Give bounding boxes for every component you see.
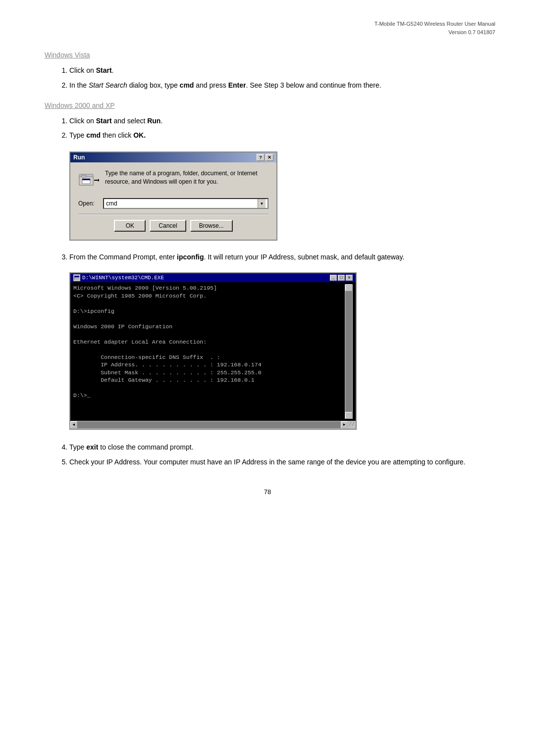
run-cancel-button[interactable]: Cancel bbox=[150, 220, 186, 232]
ipconfig-bold: ipconfig bbox=[177, 253, 204, 261]
cmd-resize-corner: // bbox=[348, 421, 356, 429]
header-line1: T-Mobile TM-G5240 Wireless Router User M… bbox=[40, 20, 495, 28]
run-dialog-title: Run bbox=[73, 154, 85, 161]
step-3: From the Command Prompt, enter ipconfig.… bbox=[69, 252, 495, 263]
cmd-scrollbar-up[interactable]: ▲ bbox=[345, 284, 352, 291]
start-bold: Start bbox=[96, 66, 112, 74]
svg-marker-6 bbox=[98, 179, 99, 182]
start-search-italic: Start Search bbox=[89, 81, 127, 89]
cmd-bold: cmd bbox=[180, 81, 194, 89]
cmd-bold-2: cmd bbox=[86, 131, 101, 139]
run-dialog-help-button[interactable]: ? bbox=[257, 154, 265, 161]
ok-bold: OK. bbox=[133, 131, 146, 139]
svg-rect-2 bbox=[81, 175, 86, 177]
run-dialog-buttons: OK Cancel Browse... bbox=[78, 220, 268, 235]
svg-rect-4 bbox=[82, 179, 90, 180]
start-bold-2: Start bbox=[96, 117, 112, 125]
run-dialog-open-row: Open: cmd ▼ bbox=[78, 198, 268, 209]
svg-text:C:\: C:\ bbox=[74, 277, 79, 280]
cmd-bottom-bar: ◄ ► // bbox=[70, 421, 356, 429]
run-dialog-open-label: Open: bbox=[78, 200, 99, 207]
cmd-scrollbar-track[interactable] bbox=[345, 291, 352, 412]
run-dialog-description: Type the name of a program, folder, docu… bbox=[105, 169, 268, 186]
windows-2000-xp-steps: Click on Start and select Run. Type cmd … bbox=[69, 115, 495, 142]
run-bold: Run bbox=[147, 117, 160, 125]
run-dialog-dropdown-arrow[interactable]: ▼ bbox=[258, 199, 266, 208]
xp-step-2: Type cmd then click OK. bbox=[69, 130, 495, 142]
run-browse-button[interactable]: Browse... bbox=[190, 220, 233, 232]
cmd-hscroll-right[interactable]: ► bbox=[341, 421, 348, 428]
windows-2000-xp-heading: Windows 2000 and XP bbox=[45, 101, 495, 109]
run-ok-button[interactable]: OK bbox=[114, 220, 146, 232]
windows-vista-steps: Click on Start. In the Start Search dial… bbox=[69, 65, 495, 92]
step3-list: From the Command Prompt, enter ipconfig.… bbox=[69, 252, 495, 263]
cmd-content: Microsoft Windows 2000 [Version 5.00.219… bbox=[73, 284, 345, 419]
cmd-body: Microsoft Windows 2000 [Version 5.00.219… bbox=[70, 282, 356, 421]
cmd-title-text: D:\WINNT\system32\CMD.EXE bbox=[82, 275, 164, 281]
cmd-scrollbar-down[interactable]: ▼ bbox=[345, 412, 352, 419]
windows-vista-heading: Windows Vista bbox=[45, 51, 495, 59]
xp-step-1: Click on Start and select Run. bbox=[69, 115, 495, 127]
steps-4-5-list: Type exit to close the command prompt. C… bbox=[69, 442, 495, 468]
step-5: Check your IP Address. Your computer mus… bbox=[69, 456, 495, 468]
run-dialog-separator bbox=[78, 214, 268, 215]
cmd-hscroll-left[interactable]: ◄ bbox=[70, 421, 77, 428]
header-line2: Version 0.7 041807 bbox=[40, 28, 495, 37]
cmd-close-button[interactable]: ✕ bbox=[346, 275, 353, 281]
run-dialog-input-value: cmd bbox=[106, 200, 258, 207]
run-dialog-body: Type the name of a program, folder, docu… bbox=[70, 162, 276, 240]
step-4: Type exit to close the command prompt. bbox=[69, 442, 495, 454]
run-dialog-icon-row: Type the name of a program, folder, docu… bbox=[78, 169, 268, 191]
cmd-hscroll-track[interactable] bbox=[77, 421, 341, 428]
cmd-title-section: C:\ D:\WINNT\system32\CMD.EXE bbox=[73, 274, 164, 281]
cmd-scrollbar[interactable]: ▲ ▼ bbox=[345, 284, 353, 419]
cmd-title-buttons[interactable]: _ □ ✕ bbox=[330, 275, 353, 281]
run-dialog-icon bbox=[78, 170, 99, 191]
run-dialog-titlebar: Run ? ✕ bbox=[70, 152, 276, 162]
cmd-maximize-button[interactable]: □ bbox=[338, 275, 345, 281]
cmd-window: C:\ D:\WINNT\system32\CMD.EXE _ □ ✕ Micr… bbox=[69, 272, 357, 430]
cmd-titlebar: C:\ D:\WINNT\system32\CMD.EXE _ □ ✕ bbox=[70, 273, 356, 282]
vista-step-2: In the Start Search dialog box, type cmd… bbox=[69, 80, 495, 92]
run-dialog-input-wrapper[interactable]: cmd ▼ bbox=[103, 198, 268, 209]
run-dialog: Run ? ✕ bbox=[69, 151, 277, 241]
run-dialog-close-button[interactable]: ✕ bbox=[266, 154, 273, 161]
vista-step-1: Click on Start. bbox=[69, 65, 495, 77]
run-dialog-title-buttons[interactable]: ? ✕ bbox=[257, 154, 273, 161]
exit-bold: exit bbox=[86, 443, 98, 451]
cmd-icon: C:\ bbox=[73, 274, 80, 281]
page-number: 78 bbox=[40, 488, 495, 496]
cmd-minimize-button[interactable]: _ bbox=[330, 275, 337, 281]
enter-bold: Enter bbox=[228, 81, 246, 89]
manual-header: T-Mobile TM-G5240 Wireless Router User M… bbox=[40, 20, 495, 36]
